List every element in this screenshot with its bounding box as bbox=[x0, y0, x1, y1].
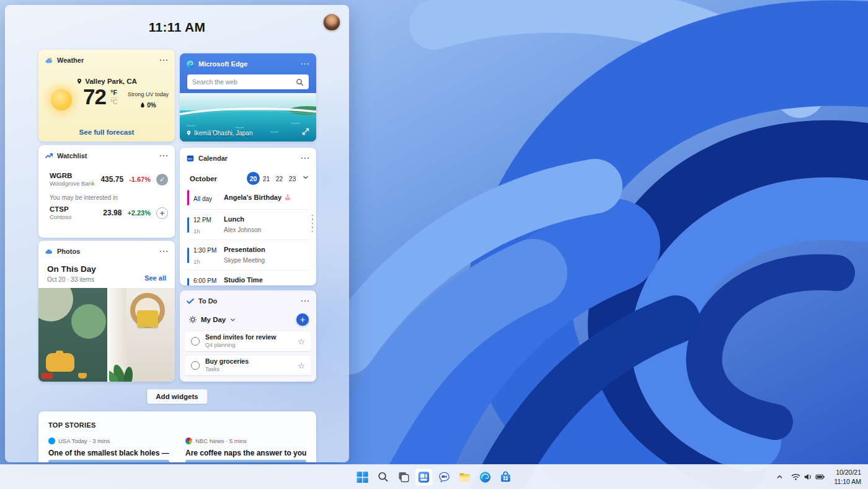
chat-button[interactable] bbox=[435, 468, 454, 487]
edge-browser-button[interactable] bbox=[476, 468, 495, 487]
add-widgets-button[interactable]: Add widgets bbox=[146, 389, 207, 404]
unit-fahrenheit[interactable]: °F bbox=[110, 89, 117, 96]
sun-outline-icon bbox=[188, 315, 197, 324]
edge-search-input[interactable] bbox=[192, 78, 296, 86]
see-full-forecast-link[interactable]: See full forecast bbox=[38, 128, 175, 136]
story-headline[interactable]: One of the smallest black holes — and bbox=[48, 449, 169, 457]
edge-search-box[interactable] bbox=[187, 74, 309, 89]
task-subtitle: Tasks bbox=[205, 366, 249, 374]
event-when: All day bbox=[193, 192, 219, 204]
stock-row-wgrb[interactable]: WGRB Woodgrove Bank 435.75 -1.67% ✓ bbox=[50, 171, 169, 187]
photos-widget-header: Photos bbox=[45, 246, 171, 257]
sun-icon bbox=[51, 89, 72, 110]
chat-icon bbox=[438, 471, 451, 483]
store-button[interactable] bbox=[497, 468, 515, 487]
location-pin-icon bbox=[76, 78, 82, 85]
story-headline[interactable]: Are coffee naps the answer to your bbox=[185, 449, 306, 457]
stock-row-ctsp[interactable]: CTSP Contoso 23.98 +2.23% + bbox=[50, 205, 169, 221]
see-all-link[interactable]: See all bbox=[144, 274, 166, 282]
stock-identity: CTSP Contoso bbox=[50, 205, 97, 221]
start-button[interactable] bbox=[353, 468, 372, 487]
star-icon[interactable]: ☆ bbox=[298, 361, 305, 370]
stock-add-button[interactable]: + bbox=[156, 207, 168, 219]
weather-unit-toggle[interactable]: °F °C bbox=[110, 89, 117, 105]
star-icon[interactable]: ☆ bbox=[298, 337, 305, 346]
edge-menu-button[interactable] bbox=[298, 58, 312, 70]
file-explorer-icon bbox=[459, 471, 471, 483]
calendar-widget[interactable]: Calendar October 20 21 22 23 All day bbox=[180, 148, 316, 285]
location-pin-icon bbox=[186, 130, 192, 137]
tray-chevron-up-icon[interactable] bbox=[773, 468, 787, 487]
weather-menu-button[interactable] bbox=[156, 55, 171, 66]
file-explorer-button[interactable] bbox=[456, 468, 474, 487]
edge-logo-icon bbox=[186, 60, 195, 68]
calendar-event[interactable]: 12 PM 1h Lunch Alex Johnson bbox=[187, 210, 309, 240]
taskbar-clock[interactable]: 10/20/21 11:10 AM bbox=[830, 468, 866, 485]
weather-condition: Strong UV today bbox=[124, 91, 172, 98]
edge-photo[interactable]: Ikema Ohashi, Japan bbox=[180, 93, 316, 141]
event-details: Lunch Alex Johnson bbox=[224, 215, 261, 235]
widgets-button[interactable] bbox=[415, 468, 433, 487]
event-details: Angela's Birthday bbox=[224, 193, 291, 202]
calendar-widget-title: Calendar bbox=[198, 155, 228, 162]
edge-widget[interactable]: Microsoft Edge bbox=[180, 53, 316, 141]
top-stories-card: TOP STORIES USA Today · 3 mins One of th… bbox=[38, 411, 316, 462]
story-item[interactable]: USA Today · 3 mins One of the smallest b… bbox=[48, 437, 169, 462]
task-row[interactable]: Buy groceries Tasks ☆ bbox=[185, 356, 311, 375]
weather-location: Valley Park, CA bbox=[38, 78, 175, 85]
calendar-event[interactable]: 1:30 PM 1h Presentation Skype Meeting bbox=[187, 240, 309, 271]
photos-menu-button[interactable] bbox=[156, 246, 171, 257]
task-checkbox[interactable] bbox=[191, 361, 200, 370]
watchlist-widget[interactable]: Watchlist WGRB Woodgrove Bank 435.75 -1.… bbox=[38, 145, 175, 238]
volume-icon bbox=[804, 473, 812, 481]
search-button[interactable] bbox=[374, 468, 392, 487]
user-avatar[interactable] bbox=[323, 14, 340, 31]
taskbar-center-icons bbox=[353, 465, 515, 489]
stock-added-check-icon[interactable]: ✓ bbox=[156, 174, 168, 186]
event-time: 6:00 PM bbox=[193, 277, 216, 284]
story-item[interactable]: NBC News · 5 mins Are coffee naps the an… bbox=[185, 437, 306, 462]
calendar-day-selected[interactable]: 20 bbox=[247, 172, 260, 185]
event-when: 12 PM 1h bbox=[193, 213, 219, 236]
tray-status-icons[interactable] bbox=[788, 468, 828, 487]
add-task-button[interactable]: + bbox=[296, 313, 309, 326]
unit-celsius[interactable]: °C bbox=[110, 97, 117, 105]
calendar-widget-header: Calendar bbox=[186, 153, 312, 164]
calendar-day[interactable]: 21 bbox=[260, 172, 273, 185]
photos-widget[interactable]: Photos On This Day Oct 20 · 33 items See… bbox=[38, 241, 175, 382]
stock-company: Contoso bbox=[50, 213, 97, 221]
widgets-icon bbox=[418, 471, 430, 483]
task-view-icon bbox=[397, 471, 409, 483]
battery-icon bbox=[815, 473, 825, 481]
calendar-event[interactable]: 6:00 PM 3h Studio Time Conf Rm 32/35 bbox=[187, 271, 309, 285]
top-stories-heading: TOP STORIES bbox=[48, 421, 306, 429]
calendar-scroll-dots[interactable] bbox=[312, 215, 313, 232]
weather-widget[interactable]: Weather Valley Park, CA 72 °F °C Strong … bbox=[38, 50, 175, 141]
taskbar-date: 10/20/21 bbox=[834, 468, 861, 477]
event-when: 1:30 PM 1h bbox=[193, 244, 219, 266]
photo-thumbnail[interactable] bbox=[38, 288, 107, 382]
chevron-down-icon[interactable] bbox=[300, 173, 311, 184]
calendar-event[interactable]: All day Angela's Birthday bbox=[187, 186, 309, 210]
task-checkbox[interactable] bbox=[191, 337, 200, 346]
stock-identity: WGRB Woodgrove Bank bbox=[50, 171, 95, 187]
todo-menu-button[interactable] bbox=[298, 295, 312, 307]
calendar-menu-button[interactable] bbox=[298, 153, 312, 164]
watchlist-suggestion-label: You may be interested in bbox=[50, 194, 118, 201]
calendar-events: All day Angela's Birthday bbox=[187, 186, 309, 285]
todo-widget[interactable]: To Do My Day + Send bbox=[180, 290, 316, 382]
stock-symbol: WGRB bbox=[50, 171, 95, 180]
todo-list-selector[interactable]: My Day bbox=[188, 315, 236, 324]
weather-widget-header: Weather bbox=[45, 55, 171, 66]
event-title: Lunch bbox=[224, 215, 261, 223]
watchlist-widget-header: Watchlist bbox=[45, 150, 171, 161]
watchlist-menu-button[interactable] bbox=[156, 150, 171, 161]
wifi-icon bbox=[791, 473, 800, 481]
task-row[interactable]: Send invites for review Q4 planning ☆ bbox=[185, 331, 311, 351]
task-view-button[interactable] bbox=[394, 468, 413, 487]
calendar-day[interactable]: 22 bbox=[273, 172, 286, 185]
calendar-day[interactable]: 23 bbox=[286, 172, 299, 185]
todo-widget-header: To Do bbox=[186, 295, 312, 307]
expand-icon[interactable] bbox=[300, 127, 311, 138]
photo-thumbnail[interactable] bbox=[109, 288, 175, 382]
